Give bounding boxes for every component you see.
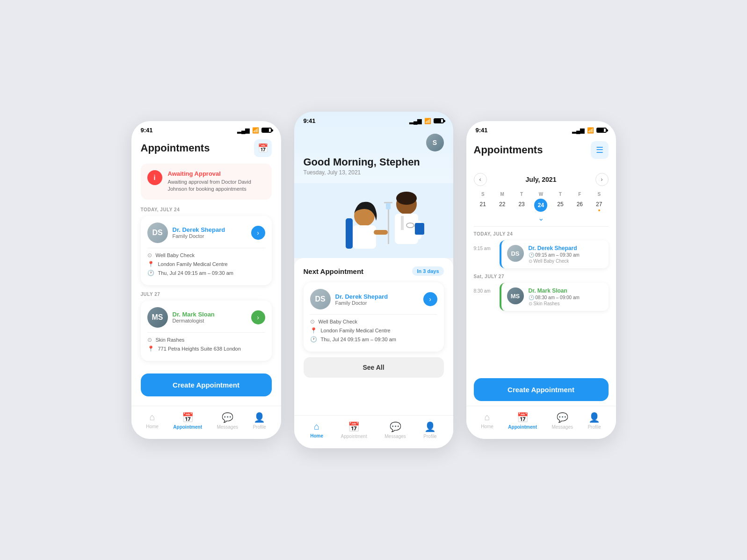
signal-icon-3: ▂▄▆ xyxy=(572,127,585,134)
cal-expand-btn[interactable]: ⌄ xyxy=(474,212,609,224)
nav-messages-2[interactable]: 💬 Messages xyxy=(384,421,406,439)
cal-header-s1: S xyxy=(474,191,492,198)
nav-home-2[interactable]: ⌂ Home xyxy=(310,421,323,439)
nav-profile-1[interactable]: 👤 Profile xyxy=(253,412,266,430)
cal-day-23[interactable]: 23 xyxy=(512,199,530,212)
cal-day-24[interactable]: 24 xyxy=(534,199,547,212)
awaiting-icon: i xyxy=(147,170,162,185)
appt-arrow-2[interactable]: › xyxy=(251,310,265,324)
cal-day-22[interactable]: 22 xyxy=(493,199,511,212)
svg-rect-11 xyxy=(353,225,376,249)
today-label-3: TODAY, JULY 24 xyxy=(474,231,609,237)
appt-location-icon-1: 📍 xyxy=(147,261,154,267)
cal-header-m: M xyxy=(493,191,511,198)
nav-messages-1[interactable]: 💬 Messages xyxy=(217,412,238,430)
next-appt-location: 📍 London Family Medical Centre xyxy=(310,327,437,334)
doctor-specialty-1: Family Doctor xyxy=(173,233,247,239)
cal-header-f: F xyxy=(571,191,589,198)
cal-appt-item-2[interactable]: MS Dr. Mark Sloan 🕐 08:30 am – 09:00 am … xyxy=(500,283,609,311)
cal-appt-section: TODAY, JULY 24 9:15 am DS Dr. Derek Shep… xyxy=(466,231,616,373)
doctor-info-1: Dr. Derek Shepard Family Doctor xyxy=(173,226,247,239)
nav-home-1[interactable]: ⌂ Home xyxy=(146,412,159,430)
next-appt-arrow[interactable]: › xyxy=(423,292,437,306)
cal-appt-bar-1: DS Dr. Derek Shepard 🕐 09:15 am – 09:30 … xyxy=(500,240,609,268)
appt-card-1[interactable]: DS Dr. Derek Shepard Family Doctor › ⊙ W… xyxy=(141,216,272,285)
calendar-section: ‹ July, 2021 › S M T W T F S 21 22 23 xyxy=(466,169,616,231)
doctor-info-2: Dr. Mark Sloan Dermatologist xyxy=(173,311,247,323)
appt-clock-icon-1: 🕐 xyxy=(147,270,154,276)
cal-appt-item-1[interactable]: DS Dr. Derek Shepard 🕐 09:15 am – 09:30 … xyxy=(500,240,609,268)
cal-header-t2: T xyxy=(551,191,569,198)
nav-profile-3[interactable]: 👤 Profile xyxy=(587,412,601,430)
appt-label-2: Appointment xyxy=(341,434,367,439)
avatar-derek-2: DS xyxy=(310,289,331,309)
cal-next-btn[interactable]: › xyxy=(595,173,609,186)
user-avatar[interactable]: S xyxy=(426,134,444,151)
appt-arrow-1[interactable]: › xyxy=(251,226,265,240)
status-bar-3: 9:41 ▂▄▆ 📶 xyxy=(466,121,616,136)
nav-home-3[interactable]: ⌂ Home xyxy=(481,412,493,430)
home-label-3: Home xyxy=(481,424,493,429)
status-icons-2: ▂▄▆ 📶 xyxy=(409,118,444,124)
nav-profile-2[interactable]: 👤 Profile xyxy=(423,421,436,439)
phone-home: 9:41 ▂▄▆ 📶 S Good Morning, Stephen Tuesd… xyxy=(294,112,453,448)
cal-day-25[interactable]: 25 xyxy=(551,199,569,212)
create-appt-btn-1[interactable]: Create Appointment xyxy=(141,373,272,396)
calendar-icon-1[interactable]: 📅 xyxy=(254,139,272,157)
next-type-icon: ⊙ xyxy=(310,318,315,325)
next-doctor-row: DS Dr. Derek Shepard Family Doctor › xyxy=(310,289,437,309)
appt-detail-type-1: ⊙ Well Baby Check xyxy=(147,252,265,258)
cal-time-row-1: 9:15 am DS Dr. Derek Shepard 🕐 09:15 am … xyxy=(474,240,609,268)
home-icon-3: ⌂ xyxy=(485,412,490,423)
messages-label-2: Messages xyxy=(384,434,406,439)
doctor-row-2: MS Dr. Mark Sloan Dermatologist › xyxy=(147,307,265,328)
phone3-btn-wrap: Create Appointment xyxy=(466,373,616,406)
appt-detail-type-2: ⊙ Skin Rashes xyxy=(147,337,265,343)
bottom-nav-2: ⌂ Home 📅 Appointment 💬 Messages 👤 Profil… xyxy=(294,415,453,448)
status-icons-3: ▂▄▆ 📶 xyxy=(572,127,607,134)
cal-header-s2: S xyxy=(590,191,608,198)
svg-rect-3 xyxy=(395,214,418,244)
nav-appointment-2[interactable]: 📅 Appointment xyxy=(341,421,367,439)
battery-icon-2 xyxy=(434,118,444,123)
messages-icon-2: 💬 xyxy=(390,421,401,432)
phone1-content: Appointments 📅 i Awaiting Approval Await… xyxy=(131,136,281,406)
profile-label-1: Profile xyxy=(253,424,266,430)
home-label-2: Home xyxy=(310,433,323,438)
next-appt-detail-card[interactable]: DS Dr. Derek Shepard Family Doctor › ⊙ W… xyxy=(304,282,444,352)
time-3: 9:41 xyxy=(476,127,488,134)
nav-appointment-1[interactable]: 📅 Appointment xyxy=(173,412,202,430)
cal-appt-info-1: Dr. Derek Shepard 🕐 09:15 am – 09:30 am … xyxy=(529,245,603,264)
doctor-specialty-2: Dermatologist xyxy=(173,318,247,323)
phone3-header-wrap: Appointments ☰ xyxy=(466,138,616,169)
cal-month: July, 2021 xyxy=(526,176,557,183)
doctor-row-1: DS Dr. Derek Shepard Family Doctor › xyxy=(147,223,265,243)
cal-day-26[interactable]: 26 xyxy=(571,199,589,212)
svg-rect-15 xyxy=(386,203,391,209)
nav-appointment-3[interactable]: 📅 Appointment xyxy=(508,412,537,430)
cal-day-27[interactable]: 27 xyxy=(590,199,608,212)
cal-prev-btn[interactable]: ‹ xyxy=(474,173,487,186)
cal-type-icon-1: ⊙ xyxy=(529,258,532,264)
list-icon-3[interactable]: ☰ xyxy=(591,141,609,159)
doctor-name-2: Dr. Mark Sloan xyxy=(173,311,247,318)
appt-icon-3: 📅 xyxy=(517,412,529,423)
cal-header-t1: T xyxy=(512,191,530,198)
appt-type-icon-1: ⊙ xyxy=(147,252,152,258)
cal-day-21[interactable]: 21 xyxy=(474,199,492,212)
home-greeting-block: Good Morning, Stephen Tuesday, July 13, … xyxy=(294,156,453,183)
nav-messages-3[interactable]: 💬 Messages xyxy=(551,412,573,430)
see-all-btn[interactable]: See All xyxy=(304,357,444,378)
next-appt-card: Next Appointment In 3 days DS Dr. Derek … xyxy=(294,258,453,415)
signal-icon-1: ▂▄▆ xyxy=(237,127,250,134)
battery-icon-3 xyxy=(596,128,607,133)
phone1-header: Appointments 📅 xyxy=(141,139,272,157)
appt-card-2[interactable]: MS Dr. Mark Sloan Dermatologist › ⊙ Skin… xyxy=(141,301,272,361)
cal-avatar-derek: DS xyxy=(507,245,524,262)
create-appt-btn-3[interactable]: Create Appointment xyxy=(474,378,609,401)
bottom-nav-3: ⌂ Home 📅 Appointment 💬 Messages 👤 Profil… xyxy=(466,406,616,439)
appt-detail-time-1: 🕐 Thu, Jul 24 09:15 am – 09:30 am xyxy=(147,270,265,276)
cal-header-w: W xyxy=(532,191,550,198)
messages-label-3: Messages xyxy=(551,424,573,430)
profile-label-3: Profile xyxy=(587,424,601,430)
